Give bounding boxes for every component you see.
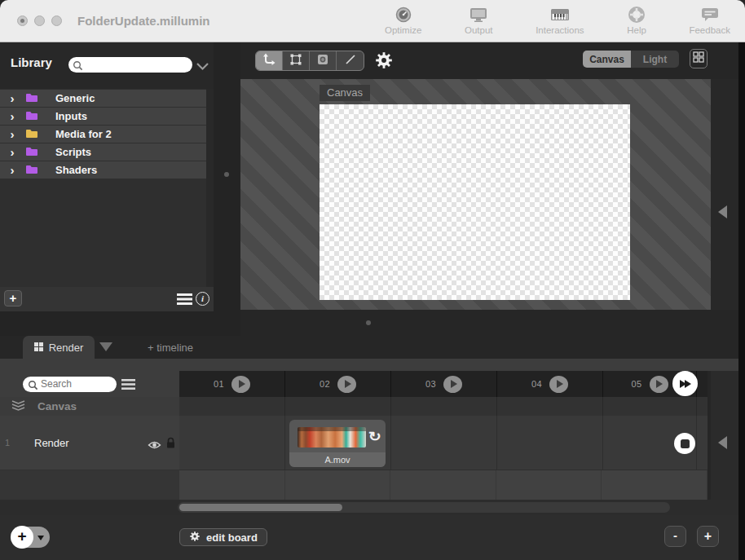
line-tool-icon: [344, 53, 357, 69]
list-options-icon[interactable]: [177, 293, 192, 308]
column-headers: 01 02 03 04 05: [179, 371, 708, 397]
folder-name: Generic: [55, 92, 95, 104]
divider-drag-handle[interactable]: [366, 320, 371, 325]
app-window: FolderUpdate.millumin Optimize Output In…: [0, 0, 745, 560]
add-timeline-button[interactable]: + timeline: [148, 342, 193, 354]
library-row-scripts[interactable]: › Scripts: [0, 143, 206, 161]
clip-thumbnail: [298, 427, 366, 448]
divider-drag-handle[interactable]: [224, 172, 229, 177]
lock-toggle-button[interactable]: [165, 437, 176, 452]
zoom-in-button[interactable]: +: [697, 526, 719, 547]
close-button[interactable]: [17, 15, 28, 26]
folder-icon: [25, 109, 38, 124]
grid-cell: [390, 470, 496, 500]
library-row-generic[interactable]: › Generic: [0, 90, 206, 107]
info-button[interactable]: i: [196, 292, 209, 306]
timeline-search: [23, 376, 117, 391]
grid-cell: [697, 416, 708, 470]
chevron-left-icon[interactable]: [718, 436, 727, 449]
toolbar-item-output[interactable]: Output: [461, 4, 496, 39]
timeline-top-band: [0, 359, 738, 371]
grid-cell: [603, 397, 697, 416]
folder-icon: [25, 163, 38, 178]
move-tool-icon: [262, 53, 276, 69]
library-row-shaders[interactable]: › Shaders: [0, 161, 206, 179]
eye-icon: [148, 439, 161, 452]
timeline-list-options-icon[interactable]: [121, 378, 135, 393]
library-add-button[interactable]: +: [4, 290, 22, 306]
track-row-cells[interactable]: [179, 416, 708, 470]
gear-icon: [189, 531, 201, 545]
column-header-02[interactable]: 02: [285, 371, 391, 397]
play-icon[interactable]: [549, 376, 568, 393]
library-row-inputs[interactable]: › Inputs: [0, 108, 206, 125]
play-icon[interactable]: [231, 376, 250, 393]
edit-board-button[interactable]: edit board: [179, 528, 267, 546]
library-list: › Generic › Inputs › Media for 2 › Scrip…: [0, 89, 206, 288]
layer-group-header[interactable]: Canvas: [0, 397, 179, 416]
window-right-edge: [738, 42, 745, 560]
folder-icon: [25, 145, 38, 160]
play-icon[interactable]: [337, 376, 356, 393]
loop-icon: ↻: [368, 429, 381, 444]
folder-name: Media for 2: [55, 128, 112, 140]
add-clip-button[interactable]: +: [11, 526, 33, 549]
fast-forward-icon: [685, 380, 691, 388]
clip-name: A.mov: [289, 452, 386, 467]
visibility-toggle-button[interactable]: [148, 439, 161, 453]
canvas-settings-button[interactable]: [374, 51, 394, 73]
library-search-input[interactable]: [68, 57, 192, 73]
play-icon[interactable]: [443, 376, 462, 393]
disclosure-chevron-icon[interactable]: ›: [0, 144, 24, 160]
column-header-04[interactable]: 04: [497, 371, 603, 397]
disclosure-chevron-icon[interactable]: ›: [0, 162, 24, 178]
column-header-03[interactable]: 03: [391, 371, 497, 397]
library-row-media-for-2[interactable]: › Media for 2: [0, 126, 206, 143]
zoom-out-button[interactable]: -: [664, 526, 686, 547]
toolbar-item-interactions[interactable]: Interactions: [532, 4, 587, 39]
zoom-window-button[interactable]: [51, 15, 62, 26]
play-icon[interactable]: [650, 376, 668, 393]
timeline-dropdown-caret[interactable]: [99, 342, 112, 351]
move-tool-button[interactable]: [256, 51, 283, 70]
horizontal-scrollbar[interactable]: [178, 502, 670, 513]
skip-next-button[interactable]: [672, 371, 698, 396]
toolbar-item-help[interactable]: Help: [624, 4, 650, 39]
grid-cell: [179, 470, 285, 500]
right-panel-strip: [711, 371, 738, 515]
grid-cell: [497, 416, 603, 470]
canvas-area: Canvas: [240, 79, 711, 310]
chevron-down-icon[interactable]: [37, 536, 44, 540]
toolbar-item-optimize[interactable]: Optimize: [381, 4, 425, 39]
track-name: Render: [34, 437, 69, 449]
track-row-header[interactable]: 1 Render: [0, 416, 179, 470]
mask-tool-button[interactable]: [310, 51, 337, 70]
minimize-button[interactable]: [34, 15, 45, 26]
canvas-surface[interactable]: [320, 104, 630, 300]
view-toggle-canvas[interactable]: Canvas: [583, 51, 631, 68]
disclosure-chevron-icon[interactable]: ›: [0, 90, 24, 106]
output-grid-button[interactable]: [690, 49, 708, 68]
library-scrollbar-gutter[interactable]: [206, 89, 214, 288]
line-tool-button[interactable]: [337, 51, 364, 70]
display-icon: [469, 6, 488, 24]
disclosure-chevron-icon[interactable]: ›: [0, 126, 24, 142]
view-toggle-light[interactable]: Light: [631, 51, 679, 68]
timeline-tab-render[interactable]: Render: [23, 336, 95, 359]
library-footer: + i: [0, 287, 214, 311]
lock-icon: [165, 438, 176, 452]
add-clip-split-button[interactable]: +: [11, 527, 50, 548]
transform-tool-button[interactable]: [283, 51, 310, 70]
column-header-01[interactable]: 01: [179, 371, 285, 397]
disclosure-chevron-icon[interactable]: ›: [0, 108, 24, 124]
track-index: 1: [5, 438, 10, 448]
stop-button[interactable]: [674, 433, 695, 454]
grid-cell: [179, 416, 285, 470]
toolbar-item-feedback[interactable]: Feedback: [685, 4, 734, 39]
media-clip[interactable]: ↻ A.mov: [289, 420, 386, 467]
titlebar: FolderUpdate.millumin Optimize Output In…: [0, 0, 745, 42]
chevron-down-icon[interactable]: [196, 60, 209, 74]
scrollbar-thumb[interactable]: [179, 504, 342, 511]
chevron-left-icon[interactable]: [718, 205, 727, 218]
library-search: [68, 56, 192, 72]
